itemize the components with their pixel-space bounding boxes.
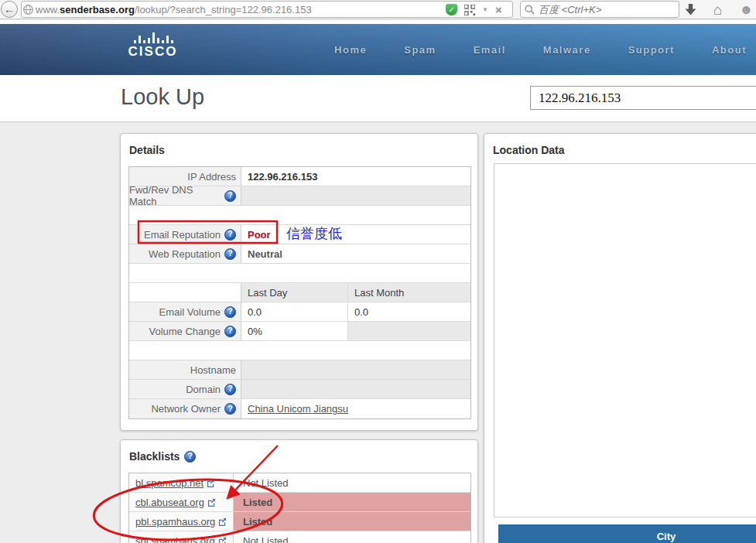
nav-spam[interactable]: Spam <box>404 44 436 56</box>
blacklist-link[interactable]: sbl.spamhaus.org <box>135 535 215 543</box>
row-label: Email Volume <box>159 306 221 318</box>
nav-support[interactable]: Support <box>628 44 675 56</box>
location-title: Location Data <box>484 134 756 156</box>
site-header: CISCO Home Spam Email Malware Support Ab… <box>0 24 756 75</box>
row-label: Web Reputation <box>149 248 221 260</box>
row-label: Network Owner <box>151 403 221 415</box>
lookup-search-input[interactable] <box>530 86 756 110</box>
chevron-down-icon[interactable]: ▼ <box>482 6 488 13</box>
blacklists-table: bl.spamcop.net Not Listed cbl.abuseat.or… <box>128 473 471 543</box>
email-reputation-value: Poor <box>241 225 470 244</box>
details-table: IP Address 122.96.216.153 Fwd/Rev DNS Ma… <box>128 166 471 419</box>
volume-change-month <box>348 322 470 340</box>
blacklist-status: Not Listed <box>234 531 470 543</box>
spacer-row <box>129 264 470 283</box>
help-icon[interactable]: ? <box>224 190 236 202</box>
content-area: Details IP Address 122.96.216.153 Fwd/Re… <box>0 123 756 543</box>
help-icon[interactable]: ? <box>224 248 236 260</box>
blacklist-row: pbl.spamhaus.org Listed <box>129 512 470 531</box>
blacklists-title: Blacklists <box>129 450 180 463</box>
dns-value <box>241 186 470 205</box>
page-title: Look Up <box>121 84 204 110</box>
home-icon[interactable]: ⌂ <box>713 2 722 17</box>
globe-icon <box>23 5 33 15</box>
cisco-logo-text: CISCO <box>120 45 186 58</box>
ip-value: 122.96.216.153 <box>241 167 470 186</box>
back-arrow-icon: ← <box>4 3 15 15</box>
blacklist-row: bl.spamcop.net Not Listed <box>129 473 470 493</box>
blacklist-status: Listed <box>234 512 470 531</box>
lookup-band: Look Up <box>0 75 756 122</box>
nav-malware[interactable]: Malware <box>543 44 591 56</box>
row-label: Volume Change <box>149 326 221 337</box>
main-nav: Home Spam Email Malware Support About <box>334 24 747 75</box>
table-row-web-reputation: Web Reputation? Neutral <box>129 244 470 264</box>
qr-code-icon[interactable] <box>464 5 475 15</box>
blacklist-link[interactable]: cbl.abuseat.org <box>135 497 204 508</box>
blacklist-link[interactable]: pbl.spamhaus.org <box>135 516 215 528</box>
blacklist-status: Listed <box>234 493 470 511</box>
table-row-hostname: Hostname <box>129 360 470 380</box>
help-icon[interactable]: ? <box>224 384 236 395</box>
help-icon[interactable]: ? <box>184 451 196 463</box>
network-owner-link[interactable]: China Unicom Jiangsu <box>248 403 348 415</box>
help-icon[interactable]: ? <box>224 326 236 337</box>
city-table-header: City <box>498 524 756 543</box>
help-icon[interactable]: ? <box>224 306 236 318</box>
external-link-icon[interactable] <box>207 479 215 487</box>
external-link-icon[interactable] <box>207 498 216 507</box>
download-icon[interactable] <box>685 4 696 15</box>
row-label: Fwd/Rev DNS Match <box>129 184 221 207</box>
details-panel: Details IP Address 122.96.216.153 Fwd/Re… <box>120 133 478 431</box>
row-label: IP Address <box>187 171 236 183</box>
web-reputation-value: Neutral <box>241 244 470 263</box>
table-row-email-reputation: Email Reputation? Poor <box>129 225 470 244</box>
location-map-placeholder <box>494 163 756 517</box>
col-header-last-day: Last Day <box>241 283 348 302</box>
col-header-last-month: Last Month <box>348 283 470 302</box>
table-row-email-volume: Email Volume? 0.0 0.0 <box>129 302 470 322</box>
nav-email[interactable]: Email <box>474 44 506 56</box>
row-label: Email Reputation <box>144 229 221 241</box>
nav-about[interactable]: About <box>712 44 747 56</box>
search-icon <box>525 5 535 15</box>
table-row-dns-match: Fwd/Rev DNS Match? <box>129 186 470 206</box>
table-row-volume-change: Volume Change? 0% <box>129 322 470 341</box>
help-icon[interactable]: ? <box>224 403 236 415</box>
help-icon[interactable]: ? <box>224 229 236 241</box>
external-link-icon[interactable] <box>218 537 227 543</box>
email-volume-month: 0.0 <box>348 302 470 321</box>
blacklist-row: cbl.abuseat.org Listed <box>129 493 470 512</box>
close-icon[interactable]: × <box>495 4 502 15</box>
email-volume-day: 0.0 <box>241 302 348 321</box>
volume-change-day: 0% <box>241 322 348 340</box>
back-button[interactable]: ← <box>1 1 18 18</box>
browser-toolbar: ← www.senderbase.org/lookup/?search_stri… <box>0 0 756 19</box>
page: ← www.senderbase.org/lookup/?search_stri… <box>0 0 756 543</box>
spacer-row <box>129 206 470 225</box>
feedback-smiley-icon[interactable]: ☻ <box>739 3 753 16</box>
browser-search-input[interactable] <box>539 4 662 15</box>
location-panel: Location Data City <box>484 133 756 543</box>
hostname-value <box>241 360 470 379</box>
blacklist-row: sbl.spamhaus.org Not Listed <box>129 531 470 543</box>
cisco-logo[interactable]: CISCO <box>120 32 186 58</box>
external-link-icon[interactable] <box>218 517 227 526</box>
blacklists-panel: Blacklists ? bl.spamcop.net Not Listed c… <box>120 439 478 543</box>
browser-search-box[interactable] <box>520 1 679 18</box>
nav-home[interactable]: Home <box>334 44 367 56</box>
table-row-domain: Domain? <box>129 380 470 399</box>
domain-value <box>241 380 470 398</box>
security-shield-icon[interactable]: ✓ <box>446 4 457 15</box>
blacklist-status: Not Listed <box>234 473 470 492</box>
row-label: Domain <box>186 384 221 395</box>
cisco-bars-icon <box>129 32 177 44</box>
details-title: Details <box>121 134 477 156</box>
blacklist-link[interactable]: bl.spamcop.net <box>135 477 204 489</box>
spacer-row <box>129 341 470 360</box>
table-row-volume-header: Last Day Last Month <box>129 283 470 302</box>
url-text[interactable]: www.senderbase.org/lookup/?search_string… <box>36 4 312 15</box>
row-label: Hostname <box>190 364 236 376</box>
table-row-network-owner: Network Owner? China Unicom Jiangsu <box>129 399 470 418</box>
